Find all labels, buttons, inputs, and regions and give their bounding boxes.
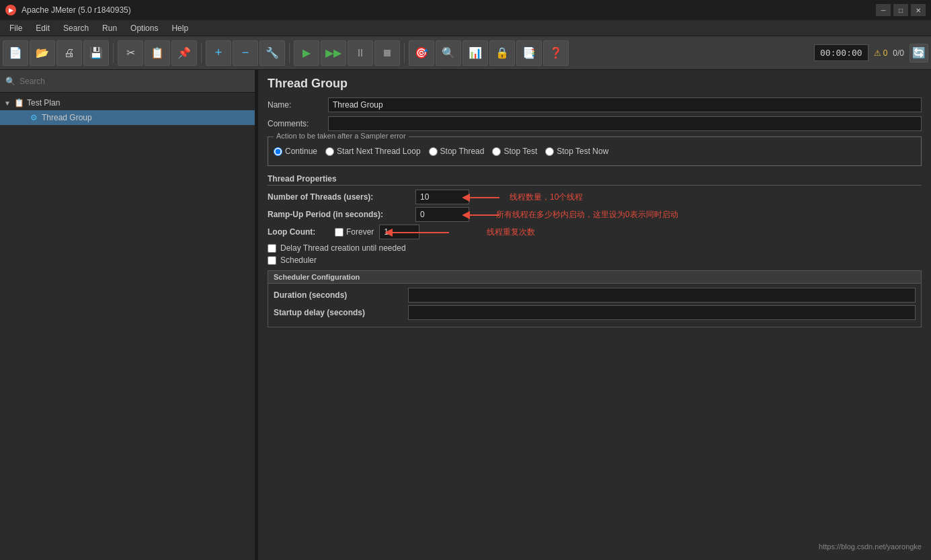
refresh-button[interactable]: 🔄 bbox=[909, 44, 928, 63]
scheduler-config-title: Scheduler Configuration bbox=[268, 271, 921, 284]
add-button[interactable]: + bbox=[206, 40, 231, 66]
action-group: Action to be taken after a Sampler error… bbox=[268, 136, 922, 166]
sidebar-search: 🔍 bbox=[0, 70, 255, 93]
menu-edit[interactable]: Edit bbox=[29, 20, 56, 36]
delay-thread-row[interactable]: Delay Thread creation until needed bbox=[268, 243, 922, 253]
scheduler-row[interactable]: Scheduler bbox=[268, 255, 922, 265]
chart-button[interactable]: 📊 bbox=[462, 40, 488, 66]
radio-stop-thread[interactable]: Stop Thread bbox=[429, 147, 485, 156]
new-button[interactable]: 📄 bbox=[3, 40, 28, 66]
radio-continue[interactable]: Continue bbox=[274, 147, 317, 156]
separator-3 bbox=[289, 43, 290, 63]
maximize-button[interactable]: □ bbox=[893, 4, 908, 16]
name-row: Name: bbox=[268, 97, 922, 112]
separator-2 bbox=[201, 43, 202, 63]
radio-start-next-label: Start Next Thread Loop bbox=[337, 147, 421, 156]
search-icon: 🔍 bbox=[5, 77, 15, 86]
remove-button[interactable]: − bbox=[233, 40, 258, 66]
radio-options-row: Continue Start Next Thread Loop Stop Thr… bbox=[274, 143, 916, 160]
start-no-pause-button[interactable]: ▶▶ bbox=[321, 40, 346, 66]
menu-file[interactable]: File bbox=[3, 20, 29, 36]
thread-props-header: Thread Properties bbox=[268, 173, 922, 186]
thread-props-section: Thread Properties Number of Threads (use… bbox=[268, 173, 922, 265]
close-button[interactable]: ✕ bbox=[911, 4, 926, 16]
ramp-up-input[interactable] bbox=[415, 207, 469, 222]
tree-toggle-test-plan: ▼ bbox=[4, 99, 11, 107]
radio-stop-test-label: Stop Test bbox=[503, 147, 537, 156]
menu-help[interactable]: Help bbox=[165, 20, 195, 36]
radio-stop-test-now[interactable]: Stop Test Now bbox=[545, 147, 608, 156]
annotation-threads: 线程数量，10个线程 bbox=[510, 192, 583, 203]
print-button[interactable]: 🖨 bbox=[56, 40, 82, 66]
open-button[interactable]: 📂 bbox=[30, 40, 55, 66]
startup-delay-label: Startup delay (seconds) bbox=[274, 308, 408, 317]
num-threads-input[interactable] bbox=[415, 190, 469, 204]
duration-row: Duration (seconds) bbox=[274, 288, 916, 303]
target-button[interactable]: 🎯 bbox=[409, 40, 434, 66]
help-button[interactable]: ❓ bbox=[543, 40, 569, 66]
tree-item-test-plan[interactable]: ▼ 📋 Test Plan bbox=[0, 95, 255, 110]
radio-start-next[interactable]: Start Next Thread Loop bbox=[325, 147, 421, 156]
startup-delay-input[interactable] bbox=[408, 305, 916, 320]
panel-title: Thread Group bbox=[268, 77, 922, 91]
tree-label-thread-group: Thread Group bbox=[42, 113, 92, 122]
tree-item-thread-group[interactable]: ⚙ Thread Group bbox=[0, 110, 255, 125]
ramp-up-row: Ramp-Up Period (in seconds): 所有线程在多少秒内启动… bbox=[268, 207, 922, 222]
action-group-legend: Action to be taken after a Sampler error bbox=[274, 132, 409, 140]
copy-button[interactable]: 📋 bbox=[145, 40, 170, 66]
templates-button[interactable]: 📑 bbox=[516, 40, 542, 66]
annotation-loop: 线程重复次数 bbox=[487, 227, 535, 238]
comments-label: Comments: bbox=[268, 119, 328, 128]
main-layout: 🔍 ▼ 📋 Test Plan ⚙ Thread Group Thread Gr… bbox=[0, 70, 931, 560]
duration-input[interactable] bbox=[408, 288, 916, 303]
pause-button[interactable]: ⏸ bbox=[348, 40, 373, 66]
start-button[interactable]: ▶ bbox=[294, 40, 319, 66]
settings-button[interactable]: 🔧 bbox=[259, 40, 285, 66]
sidebar: 🔍 ▼ 📋 Test Plan ⚙ Thread Group bbox=[0, 70, 255, 560]
error-count: 0/0 bbox=[893, 48, 904, 58]
arrow-rampup bbox=[462, 208, 503, 222]
duration-label: Duration (seconds) bbox=[274, 290, 408, 300]
toolbar: 📄 📂 🖨 💾 ✂ 📋 📌 + − 🔧 ▶ ▶▶ ⏸ ⏹ 🎯 🔍 📊 🔒 📑 ❓… bbox=[0, 36, 931, 70]
forever-checkbox[interactable] bbox=[335, 228, 343, 237]
minimize-button[interactable]: ─ bbox=[876, 4, 891, 16]
menu-run[interactable]: Run bbox=[95, 20, 124, 36]
num-threads-label: Number of Threads (users): bbox=[268, 192, 415, 202]
delay-thread-checkbox[interactable] bbox=[268, 244, 276, 253]
content-panel: Thread Group Name: Comments: Action to b… bbox=[258, 70, 931, 560]
comments-row: Comments: bbox=[268, 116, 922, 131]
loop-count-label: Loop Count: bbox=[268, 227, 335, 237]
save-button[interactable]: 💾 bbox=[83, 40, 109, 66]
menu-search[interactable]: Search bbox=[56, 20, 95, 36]
startup-delay-row: Startup delay (seconds) bbox=[274, 305, 916, 320]
paste-button[interactable]: 📌 bbox=[171, 40, 197, 66]
forever-label: Forever bbox=[346, 227, 374, 237]
warning-icon: ⚠ bbox=[874, 48, 881, 58]
radio-continue-label: Continue bbox=[285, 147, 317, 156]
app-icon: ▶ bbox=[5, 5, 16, 15]
scheduler-checkbox[interactable] bbox=[268, 256, 276, 265]
window-controls: ─ □ ✕ bbox=[876, 4, 926, 16]
thread-group-icon: ⚙ bbox=[28, 112, 39, 123]
annotation-rampup: 所有线程在多少秒内启动，这里设为0表示同时启动 bbox=[496, 209, 678, 221]
toolbar-right: 00:00:00 ⚠ 0 0/0 🔄 bbox=[814, 44, 928, 63]
radio-stop-test[interactable]: Stop Test bbox=[492, 147, 537, 156]
search-button[interactable]: 🔍 bbox=[436, 40, 461, 66]
search-input[interactable] bbox=[19, 77, 249, 86]
stop-button[interactable]: ⏹ bbox=[374, 40, 400, 66]
num-threads-row: Number of Threads (users): 线程数量，10个线程 bbox=[268, 190, 922, 204]
forever-option[interactable]: Forever bbox=[335, 227, 374, 237]
warning-count: 0 bbox=[883, 48, 888, 58]
name-input[interactable] bbox=[328, 97, 922, 112]
warning-badge: ⚠ 0 bbox=[874, 48, 888, 58]
scheduler-label: Scheduler bbox=[280, 255, 317, 265]
cut-button[interactable]: ✂ bbox=[118, 40, 143, 66]
menu-options[interactable]: Options bbox=[124, 20, 165, 36]
radio-stop-test-now-label: Stop Test Now bbox=[557, 147, 608, 156]
separator-4 bbox=[404, 43, 405, 63]
test-plan-icon: 📋 bbox=[13, 97, 24, 108]
lock-button[interactable]: 🔒 bbox=[489, 40, 515, 66]
title-text: Apache JMeter (5.0 r1840935) bbox=[22, 5, 131, 15]
tree-label-test-plan: Test Plan bbox=[27, 98, 60, 108]
comments-input[interactable] bbox=[328, 116, 922, 131]
